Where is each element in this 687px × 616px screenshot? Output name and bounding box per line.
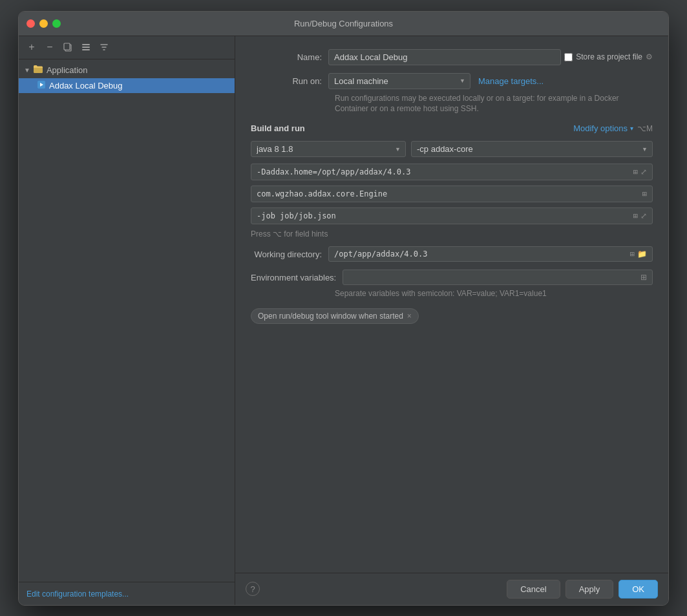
- window-title: Run/Debug Configurations: [294, 19, 393, 28]
- name-row: Name: Store as project file ⚙: [251, 49, 653, 65]
- env-vars-row: Environment variables: ⊞: [251, 270, 653, 285]
- program-args-field[interactable]: -job job/job.json ⊞ ⤢: [251, 207, 653, 224]
- left-panel: + −: [19, 36, 235, 605]
- minimize-button[interactable]: [39, 19, 48, 28]
- close-button[interactable]: [26, 19, 35, 28]
- env-vars-label: Environment variables:: [251, 273, 343, 282]
- env-browse-icon[interactable]: ⊞: [640, 273, 647, 282]
- run-on-label: Run on:: [251, 76, 328, 86]
- ok-button[interactable]: OK: [618, 580, 658, 599]
- run-debug-window: Run/Debug Configurations + −: [18, 11, 669, 606]
- working-dir-value: /opt/app/addax/4.0.3: [334, 250, 630, 259]
- bottom-bar: ? Cancel Apply OK: [235, 573, 668, 605]
- fullscreen-icon[interactable]: ⤢: [640, 167, 647, 176]
- store-project-container: Store as project file ⚙: [564, 52, 653, 61]
- folder-icon: [33, 64, 43, 76]
- tags-area: Open run/debug tool window when started …: [251, 308, 653, 324]
- maximize-button[interactable]: [52, 19, 61, 28]
- working-dir-label: Working directory:: [251, 250, 328, 259]
- cp-dropdown[interactable]: -cp addax-core: [411, 141, 653, 157]
- name-input[interactable]: [328, 49, 561, 65]
- titlebar: Run/Debug Configurations: [19, 12, 668, 36]
- fullscreen2-icon[interactable]: ⤢: [640, 211, 647, 220]
- move-config-button[interactable]: [78, 39, 94, 55]
- vm-options-value: -Daddax.home=/opt/app/addax/4.0.3: [257, 167, 410, 176]
- modify-options-container: Modify options ▾ ⌥M: [573, 123, 653, 133]
- svg-rect-2: [82, 44, 90, 45]
- vm-options-icons: ⊞ ⤢: [633, 167, 647, 176]
- tree-group-application[interactable]: ▼ Application: [19, 62, 235, 78]
- env-hint: Separate variables with semicolon: VAR=v…: [335, 289, 653, 298]
- action-buttons: Cancel Apply OK: [507, 580, 658, 599]
- field-hint: Press ⌥ for field hints: [251, 229, 653, 239]
- working-dir-field[interactable]: /opt/app/addax/4.0.3 ⊞ 📁: [328, 246, 653, 262]
- macro-icon[interactable]: ⊞: [630, 250, 635, 259]
- main-class-icons: ⊞: [642, 189, 647, 198]
- manage-targets-button[interactable]: Manage targets...: [478, 76, 544, 86]
- run-on-row: Run on: Local machine Manage targets...: [251, 73, 653, 89]
- svg-rect-1: [64, 43, 70, 50]
- tree-arrow-icon: ▼: [24, 67, 30, 74]
- help-button[interactable]: ?: [246, 582, 260, 596]
- run-on-dropdown-wrapper: Local machine: [328, 73, 470, 89]
- run-on-dropdown[interactable]: Local machine: [328, 73, 470, 89]
- edit-templates-link[interactable]: Edit configuration templates...: [26, 589, 129, 599]
- sort-config-button[interactable]: [96, 39, 112, 55]
- main-class-value: com.wgzhao.addax.core.Engine: [257, 189, 387, 198]
- svg-rect-4: [82, 49, 90, 50]
- tree-child-label: Addax Local Debug: [49, 81, 122, 90]
- tag-close-button[interactable]: ×: [407, 312, 412, 321]
- traffic-lights: [26, 19, 61, 28]
- shortcut-hint: ⌥M: [637, 124, 653, 133]
- program-args-icons: ⊞ ⤢: [633, 211, 647, 220]
- copy-config-button[interactable]: [60, 39, 76, 55]
- store-project-label: Store as project file: [576, 52, 642, 61]
- svg-rect-3: [82, 47, 90, 48]
- cancel-button[interactable]: Cancel: [507, 580, 560, 599]
- right-panel: Name: Store as project file ⚙ Run on: Lo…: [235, 36, 668, 605]
- main-class-field[interactable]: com.wgzhao.addax.core.Engine ⊞: [251, 186, 653, 202]
- apply-button[interactable]: Apply: [565, 580, 614, 599]
- tag-label: Open run/debug tool window when started: [258, 312, 403, 321]
- build-run-header: Build and run Modify options ▾ ⌥M: [251, 123, 653, 133]
- config-tree: ▼ Application: [19, 59, 235, 582]
- main-content: + −: [19, 36, 668, 605]
- java-cp-row: java 8 1.8 -cp addax-core: [251, 141, 653, 157]
- java-dropdown-wrapper: java 8 1.8: [251, 141, 406, 157]
- tree-child-addax[interactable]: Addax Local Debug: [19, 78, 235, 93]
- run-config-icon: [37, 80, 46, 91]
- left-toolbar: + −: [19, 36, 235, 59]
- working-dir-icons: ⊞ 📁: [630, 250, 647, 259]
- left-footer: Edit configuration templates...: [19, 582, 235, 605]
- modify-options-button[interactable]: Modify options ▾: [573, 123, 633, 133]
- section-title: Build and run: [251, 123, 305, 133]
- store-project-checkbox[interactable]: [564, 53, 573, 61]
- add-config-button[interactable]: +: [24, 39, 39, 55]
- browse-icon[interactable]: ⊞: [642, 189, 647, 198]
- folder-browse-icon[interactable]: 📁: [637, 250, 647, 259]
- remove-config-button[interactable]: −: [42, 39, 58, 55]
- form-area: Name: Store as project file ⚙ Run on: Lo…: [235, 36, 668, 573]
- working-dir-row: Working directory: /opt/app/addax/4.0.3 …: [251, 246, 653, 262]
- program-args-value: -job job/job.json: [257, 211, 336, 220]
- java-dropdown[interactable]: java 8 1.8: [251, 141, 406, 157]
- run-on-hint: Run configurations may be executed local…: [335, 93, 653, 115]
- env-vars-field[interactable]: ⊞: [343, 270, 653, 285]
- expand2-icon[interactable]: ⊞: [633, 211, 638, 220]
- tree-group-label: Application: [47, 65, 88, 75]
- cp-dropdown-wrapper: -cp addax-core: [411, 141, 653, 157]
- name-label: Name:: [251, 52, 328, 62]
- expand-icon[interactable]: ⊞: [633, 167, 638, 176]
- vm-options-field[interactable]: -Daddax.home=/opt/app/addax/4.0.3 ⊞ ⤢: [251, 164, 653, 180]
- gear-icon: ⚙: [646, 52, 653, 61]
- tool-window-tag: Open run/debug tool window when started …: [251, 308, 419, 324]
